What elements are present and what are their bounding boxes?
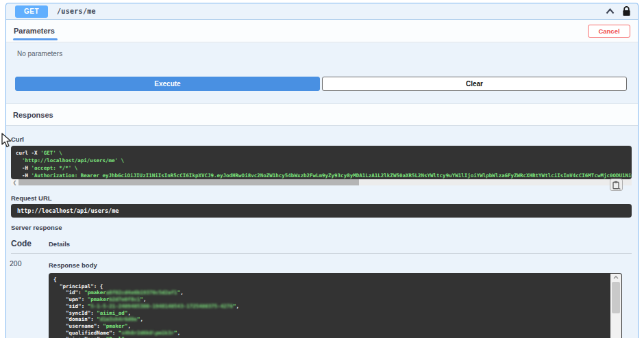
copy-to-clipboard-icon[interactable] (610, 179, 623, 191)
execute-button[interactable]: Execute (15, 77, 320, 91)
server-response-label: Server response (11, 224, 638, 231)
table-divider (11, 253, 632, 254)
responses-title: Responses (13, 111, 53, 119)
scrollbar-left-arrow-icon[interactable]: ❮ (11, 179, 18, 185)
response-vertical-scrollbar[interactable] (610, 274, 621, 338)
http-method-badge: GET (15, 5, 48, 18)
request-url-value: http://localhost/api/users/me (11, 204, 632, 218)
response-row-200: 200 Response body { "principal": { "id":… (10, 259, 638, 338)
responses-section-header: Responses (6, 103, 638, 126)
scrollbar-thumb[interactable] (612, 282, 620, 313)
collapse-chevron-up-icon[interactable] (604, 5, 616, 18)
parameters-section-header: Parameters Cancel (6, 20, 638, 42)
curl-command: curl -X 'GET' \ 'http://localhost/api/us… (11, 146, 632, 179)
scrollbar-thumb[interactable] (18, 179, 359, 185)
curl-block: curl -X 'GET' \ 'http://localhost/api/us… (11, 146, 632, 185)
request-url-label: Request URL (11, 194, 638, 202)
details-column-header: Details (49, 240, 70, 248)
clear-button[interactable]: Clear (322, 77, 627, 91)
response-table-header: Code Details (11, 239, 638, 248)
operation-summary-bar[interactable]: GET /users/me (6, 3, 638, 20)
cancel-button[interactable]: Cancel (588, 25, 630, 38)
response-body-block: { "principal": { "id": "pmakera8f02cd4e6… (49, 273, 622, 338)
response-body-json: { "principal": { "id": "pmakera8f02cd4e6… (49, 273, 622, 338)
response-body-label: Response body (49, 261, 638, 269)
curl-label: Curl (11, 135, 638, 143)
tab-parameters[interactable]: Parameters (14, 27, 55, 35)
status-code: 200 (10, 259, 49, 338)
endpoint-path: /users/me (57, 8, 96, 15)
response-details-cell: Response body { "principal": { "id": "pm… (49, 259, 638, 338)
code-column-header: Code (11, 239, 49, 248)
execute-row: Execute Clear (15, 77, 627, 91)
scrollbar-up-arrow-icon[interactable] (610, 274, 621, 281)
auth-lock-icon[interactable] (620, 5, 632, 18)
curl-horizontal-scrollbar[interactable]: ❮ (11, 179, 632, 185)
no-parameters-text: No parameters (17, 50, 638, 57)
mouse-cursor-icon (1, 133, 12, 151)
operation-block-get-users-me: GET /users/me Parameters Cancel No param… (5, 3, 639, 338)
